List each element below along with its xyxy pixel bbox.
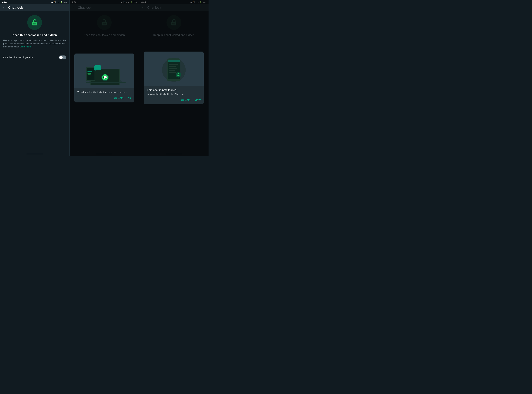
modal-overlay: 💬 This chat will not be locked on your l… xyxy=(70,0,139,156)
modal-bold-text: This chat is now locked xyxy=(147,89,201,92)
screen-panel-3: 4:05 ☁ 📳 ▾ ▲ 🔋 36% ← Chat lock Keep this… xyxy=(139,0,209,156)
svg-rect-18 xyxy=(88,73,91,75)
app-bar: ← Chat lock xyxy=(0,4,69,11)
modal-body-text: This chat will not be locked on your lin… xyxy=(77,91,131,94)
svg-rect-32 xyxy=(169,70,175,71)
battery-pct: 36% xyxy=(63,1,67,3)
status-time: 4:04 xyxy=(2,1,7,3)
svg-rect-35 xyxy=(177,75,179,76)
home-bar xyxy=(26,154,43,154)
svg-rect-14 xyxy=(86,82,126,83)
modal-btn-ok[interactable]: OK xyxy=(128,97,131,99)
svg-rect-17 xyxy=(88,71,92,73)
cloud-icon: ☁ xyxy=(51,1,53,3)
status-icons: ☁ 📳 ▾ ▲ 🔋 36% xyxy=(51,1,67,3)
modal-illustration xyxy=(144,52,203,86)
svg-text:💬: 💬 xyxy=(103,76,107,79)
section-description: Use your fingerprint to open this chat a… xyxy=(3,39,66,48)
screen-title: Chat lock xyxy=(8,6,23,10)
svg-rect-33 xyxy=(169,72,177,73)
svg-rect-19 xyxy=(94,65,101,70)
learn-more-link[interactable]: Learn more xyxy=(20,46,31,48)
fingerprint-toggle-row: Lock this chat with fingerprint xyxy=(3,53,66,62)
vibrate-icon: 📳 xyxy=(53,1,56,3)
modal-actions: CancelView xyxy=(147,99,201,101)
modal-btn-cancel[interactable]: Cancel xyxy=(181,99,191,101)
modal-box: 💬 This chat will not be locked on your l… xyxy=(74,53,134,103)
svg-rect-2 xyxy=(33,23,36,23)
status-bar: 4:04 ☁ 📳 ▾ ▲ 🔋 36% xyxy=(0,0,69,4)
svg-rect-29 xyxy=(169,64,178,65)
svg-rect-1 xyxy=(33,23,36,25)
svg-rect-3 xyxy=(33,24,35,24)
svg-rect-28 xyxy=(168,60,180,62)
modal-overlay: This chat is now lockedYou can find it l… xyxy=(139,0,209,156)
modal-illustration: 💬 xyxy=(74,53,134,88)
fingerprint-toggle-label: Lock this chat with fingerprint xyxy=(3,56,33,59)
section-heading: Keep this chat locked and hidden xyxy=(12,33,57,37)
screen-panel-1: 4:04 ☁ 📳 ▾ ▲ 🔋 36% ← Chat lock Keep this… xyxy=(0,0,70,156)
modal-actions: CancelOK xyxy=(77,97,131,99)
panel-content: Keep this chat locked and hiddenUse your… xyxy=(0,11,69,152)
modal-box: This chat is now lockedYou can find it l… xyxy=(144,52,203,104)
svg-rect-31 xyxy=(169,68,177,69)
modal-body-text: You can find it locked in the Chats tab. xyxy=(147,93,201,96)
lock-icon-wrap xyxy=(27,15,42,30)
modal-body: This chat is now lockedYou can find it l… xyxy=(144,86,203,104)
signal-icon: ▲ xyxy=(58,1,60,3)
back-button[interactable]: ← xyxy=(2,6,5,10)
battery-icon: 🔋 xyxy=(61,1,63,3)
wifi-icon: ▾ xyxy=(57,1,57,3)
screen-panel-2: 4:04 ☁ 📳 ▾ ▲ 🔋 36% ← Chat lock Keep this… xyxy=(70,0,139,156)
modal-body: This chat will not be locked on your lin… xyxy=(74,88,134,103)
modal-btn-cancel[interactable]: Cancel xyxy=(114,97,124,99)
home-indicator xyxy=(0,152,69,156)
fingerprint-toggle[interactable] xyxy=(59,56,66,59)
modal-btn-view[interactable]: View xyxy=(195,99,201,101)
svg-rect-30 xyxy=(169,66,176,67)
